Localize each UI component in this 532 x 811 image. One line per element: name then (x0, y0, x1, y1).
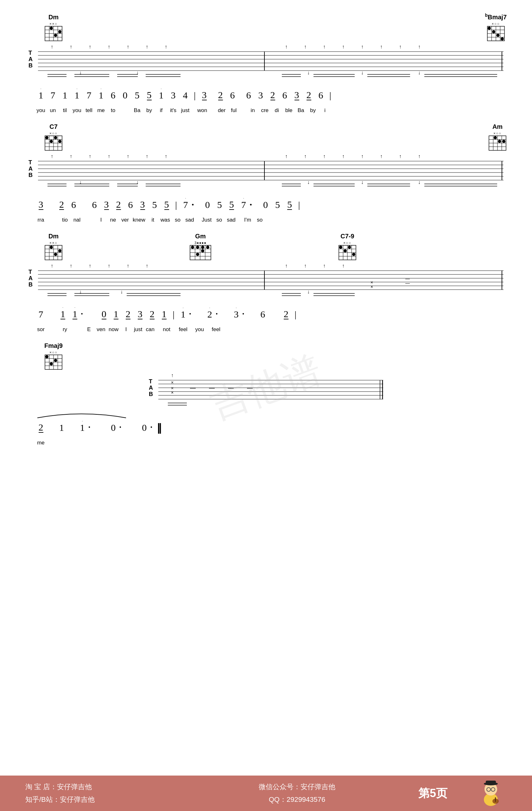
page-content: 吉他谱 Dm ××○ (0, 0, 532, 776)
svg-point-168 (348, 246, 351, 249)
chord-am: Am ×○○ (488, 123, 507, 151)
svg-point-155 (201, 246, 204, 249)
notation-line-2: 3 2 6 6 3 2 6 3 5 5 | ·7• 0 5 5 ·7• 0 5 … (25, 196, 507, 214)
lyric-13: just (181, 107, 190, 113)
svg-text:↑: ↑ (380, 154, 382, 159)
svg-text:A: A (29, 275, 33, 281)
sp (50, 199, 52, 210)
svg-text:↑: ↑ (165, 154, 167, 159)
note-10: 5 (145, 87, 154, 104)
n3-9: 1 (159, 305, 168, 323)
lyr3-11: not (162, 326, 171, 333)
svg-point-215 (45, 355, 48, 358)
svg-text:↑: ↑ (70, 154, 72, 159)
lyr3-6: ven (96, 326, 105, 333)
svg-text:—: — (247, 385, 253, 391)
n2-2: 2 (57, 196, 66, 214)
svg-text:—: — (190, 385, 196, 391)
lyr2-4: nal (73, 217, 81, 223)
n3-6: 2 (123, 305, 132, 323)
svg-text:↑: ↑ (304, 44, 306, 49)
notation-section-4: 2 1 ·1• 0• 0• ‖ (25, 419, 507, 437)
footer-page: 第5页 (387, 786, 478, 801)
lyr2-12: so (173, 217, 182, 223)
lyric-6: me (96, 107, 105, 113)
lyric-14: won (197, 107, 207, 113)
chord-name-c7: C7 (49, 123, 58, 131)
svg-text:↑: ↑ (108, 154, 110, 159)
tab-staff-3: T A B ↑ ↑ ↑ ↑ ↑ ↑ ↓ ↓ (25, 262, 507, 300)
svg-point-20 (501, 37, 504, 41)
aug-3: • (81, 311, 83, 318)
note-16: 6 (228, 87, 237, 104)
svg-text:T: T (29, 50, 32, 56)
svg-text:↓: ↓ (307, 289, 310, 294)
chord-grid-c7 (44, 135, 63, 151)
chord-xmarks-am: ×○○ (493, 132, 502, 135)
svg-point-154 (196, 246, 199, 249)
chord-name-gm: Gm (195, 233, 206, 240)
svg-text:B: B (149, 391, 153, 397)
footer-wechat: 微信公众号：安仔弹吉他 (207, 781, 387, 793)
n2-16: 0 (261, 196, 270, 213)
chord-grid-fmaj9 (44, 354, 63, 370)
chord-name-dm-1: Dm (48, 14, 59, 21)
chord-name-c7-9: C7-9 (340, 233, 354, 240)
note-5: 7 (85, 87, 93, 104)
chord-row-3: Dm ××○ Gm 3●●●● (25, 233, 507, 261)
lyr3-4 (73, 326, 81, 333)
svg-point-87 (498, 140, 501, 143)
lyr2-6: I (96, 217, 105, 223)
lyr3-1: sor (36, 326, 45, 333)
svg-text:↑: ↑ (342, 263, 345, 269)
chord-c7: C7 ×○○ (44, 123, 63, 151)
lyr2-14: Just (202, 217, 212, 223)
svg-text:↑: ↑ (399, 44, 401, 49)
svg-text:×: × (171, 390, 173, 395)
sp8 (223, 309, 226, 320)
lyr2-16: sad (227, 217, 235, 223)
svg-text:↑: ↑ (127, 44, 129, 49)
svg-text:↑: ↑ (285, 154, 288, 159)
lyric-10: by (145, 107, 154, 113)
notation-line-4: 2 1 ·1• 0• 0• ‖ (25, 419, 507, 437)
lyric-1: you (36, 107, 45, 113)
n3-1: 7 (36, 306, 45, 323)
svg-text:×: × (171, 380, 173, 385)
lyr3-10: can (146, 326, 154, 333)
svg-text:↑: ↑ (380, 44, 382, 49)
chord-row-1: Dm ××○ (25, 13, 507, 42)
n2-7: 6 (126, 196, 135, 213)
n4-4: 0 (109, 419, 118, 436)
lyr2-1: rra (36, 217, 45, 223)
note-11: ·1 (157, 87, 166, 104)
svg-text:↑: ↑ (89, 263, 91, 269)
svg-point-166 (339, 246, 342, 249)
note-9: 5 (133, 87, 141, 104)
n2-1: 3 (36, 196, 45, 214)
chord-dm-1: Dm ××○ (44, 14, 63, 42)
barline-2: | (329, 90, 331, 101)
svg-text:↑: ↑ (51, 263, 53, 269)
lyric-19: di (272, 107, 281, 113)
lyric-16: ful (229, 107, 238, 113)
svg-text:↑: ↑ (418, 154, 421, 159)
svg-text:B: B (29, 172, 33, 178)
svg-text:×: × (370, 284, 373, 289)
chord-grid-am (488, 135, 507, 151)
svg-rect-244 (486, 781, 496, 784)
lyr3-2 (48, 326, 57, 333)
section-2: C7 ×○○ Am ×○○ (25, 123, 507, 223)
svg-point-169 (352, 253, 355, 256)
svg-text:—: — (228, 385, 234, 391)
svg-text:↑: ↑ (361, 44, 364, 49)
lyr2-18: so (255, 217, 264, 223)
n4-3: ·1 (78, 419, 87, 436)
chord-xmarks-bbmaj7: ×○○ (492, 22, 500, 26)
svg-text:↓: ↓ (307, 70, 310, 75)
section-1: Dm ××○ (25, 13, 507, 113)
chord-c7-9: C7-9 ×○○ (338, 233, 356, 261)
note-2: 7 (48, 87, 57, 104)
svg-text:↑: ↑ (51, 154, 53, 159)
n4-5: 0 (140, 419, 149, 436)
